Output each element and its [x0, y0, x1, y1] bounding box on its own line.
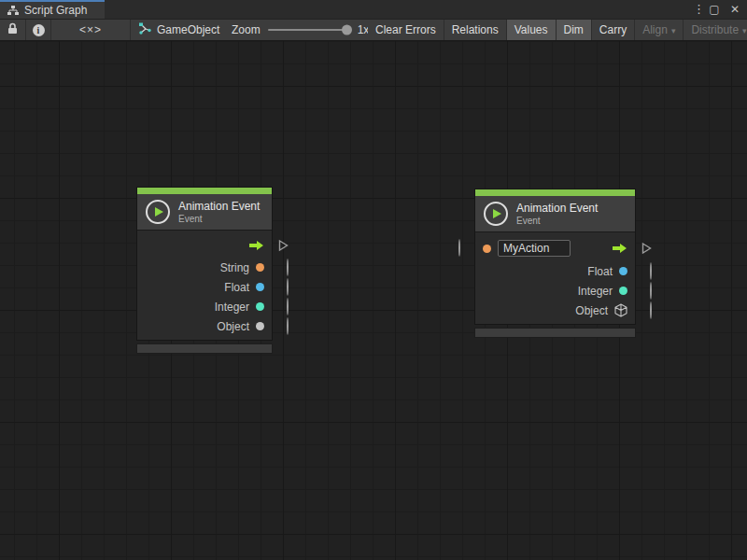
- lock-button[interactable]: [0, 20, 26, 40]
- event-play-icon: [146, 200, 170, 224]
- zoom-label: Zoom: [232, 23, 261, 36]
- port-label: Integer: [578, 285, 613, 298]
- info-icon: i: [33, 24, 45, 36]
- chevron-down-icon: ▾: [671, 26, 676, 35]
- float-output-port[interactable]: [287, 279, 289, 296]
- graph-canvas[interactable]: Animation Event Event String: [0, 41, 747, 560]
- integer-type-dot: [256, 302, 264, 311]
- port-label: String: [220, 261, 249, 274]
- float-output-port[interactable]: [650, 263, 652, 280]
- object-output-port[interactable]: [287, 318, 289, 335]
- event-play-icon: [484, 202, 508, 226]
- node-title: Animation Event: [516, 202, 598, 215]
- output-row-integer: Integer: [137, 297, 272, 316]
- action-name-input[interactable]: [498, 240, 571, 257]
- object-type-dot: [256, 322, 264, 330]
- graph-toolbar: i <×> GameObject Zoom 1x: [0, 19, 747, 41]
- close-icon[interactable]: ✕: [726, 1, 743, 18]
- port-label: Object: [217, 320, 249, 333]
- output-row-object: Object: [475, 301, 635, 320]
- node-header[interactable]: Animation Event Event: [137, 194, 272, 230]
- float-type-dot: [256, 283, 264, 291]
- animation-event-node-1[interactable]: Animation Event Event String: [136, 187, 273, 354]
- button-label: Carry: [599, 23, 627, 36]
- object-output-port[interactable]: [650, 302, 652, 319]
- output-row-float: Float: [137, 277, 272, 297]
- action-input-row: [475, 235, 635, 261]
- node-subtitle: Event: [516, 216, 598, 226]
- flow-output-row: [137, 233, 272, 258]
- output-row-string: String: [137, 258, 272, 277]
- node-footer: [136, 343, 273, 354]
- button-label: Values: [514, 23, 548, 36]
- flow-arrow-icon: [248, 240, 264, 251]
- node-title: Animation Event: [178, 200, 260, 213]
- info-button[interactable]: i: [26, 20, 51, 40]
- tab-script-graph[interactable]: Script Graph: [0, 0, 105, 19]
- output-row-integer: Integer: [475, 281, 635, 301]
- output-row-float: Float: [475, 261, 635, 281]
- carry-button[interactable]: Carry: [592, 20, 635, 40]
- port-label: Integer: [215, 301, 249, 314]
- distribute-button[interactable]: Distribute ▾: [684, 20, 747, 40]
- clear-errors-button[interactable]: Clear Errors: [368, 20, 444, 40]
- chevron-down-icon: ▾: [742, 26, 747, 35]
- string-output-port[interactable]: [287, 259, 289, 276]
- integer-output-port[interactable]: [287, 299, 289, 315]
- node-subtitle: Event: [178, 214, 260, 224]
- node-header[interactable]: Animation Event Event: [475, 196, 635, 231]
- flow-output-port[interactable]: [641, 243, 652, 255]
- integer-output-port[interactable]: [650, 283, 652, 300]
- graph-hierarchy-icon: [7, 6, 19, 16]
- cube-icon: [614, 303, 627, 317]
- relations-button[interactable]: Relations: [444, 20, 507, 40]
- button-label: Dim: [564, 23, 584, 36]
- code-toggle-icon: <×>: [79, 23, 102, 36]
- graph-reference[interactable]: GameObject: [138, 20, 219, 40]
- port-label: Float: [587, 265, 613, 278]
- port-label: Object: [575, 304, 608, 317]
- script-graph-window: Script Graph ⋮ ▢ ✕ i <×>: [0, 0, 747, 560]
- button-label: Clear Errors: [375, 23, 436, 36]
- node-body: Float Integer Object: [475, 231, 635, 324]
- toolbar-left-group: i <×>: [0, 20, 131, 40]
- zoom-control: Zoom 1x: [232, 20, 369, 40]
- button-label: Align: [642, 23, 668, 36]
- node-color-bar: [137, 188, 272, 194]
- flow-output-port[interactable]: [278, 240, 289, 252]
- string-type-dot: [483, 245, 491, 253]
- dim-button[interactable]: Dim: [557, 20, 592, 40]
- float-type-dot: [619, 267, 627, 275]
- node-footer: [474, 328, 636, 338]
- node-color-bar: [475, 189, 635, 196]
- node-body: String Float Integer: [137, 230, 272, 340]
- integer-type-dot: [619, 287, 627, 295]
- align-button[interactable]: Align ▾: [635, 20, 684, 40]
- button-label: Relations: [452, 23, 499, 36]
- string-type-dot: [256, 263, 264, 272]
- lock-icon: [7, 22, 18, 37]
- zoom-slider[interactable]: [268, 29, 350, 31]
- flow-arrow-icon: [612, 243, 627, 254]
- code-toggle-button[interactable]: <×>: [51, 20, 131, 40]
- action-input-port[interactable]: [458, 240, 460, 257]
- script-graph-asset-icon: [138, 22, 151, 37]
- button-label: Distribute: [691, 23, 739, 36]
- window-menu-icon[interactable]: ⋮: [693, 1, 702, 18]
- tab-bar: Script Graph ⋮ ▢ ✕: [0, 0, 747, 19]
- graph-target-label: GameObject: [157, 23, 219, 36]
- toolbar-buttons: Clear Errors Relations Values Dim Carry …: [368, 20, 747, 40]
- zoom-slider-handle[interactable]: [342, 25, 352, 35]
- port-label: Float: [224, 281, 249, 294]
- output-row-object: Object: [137, 316, 272, 336]
- window-controls: ⋮ ▢ ✕: [693, 0, 743, 19]
- values-button[interactable]: Values: [507, 20, 557, 40]
- animation-event-node-2[interactable]: Animation Event Event: [474, 189, 636, 338]
- tab-title: Script Graph: [24, 4, 87, 17]
- maximize-icon[interactable]: ▢: [706, 1, 723, 18]
